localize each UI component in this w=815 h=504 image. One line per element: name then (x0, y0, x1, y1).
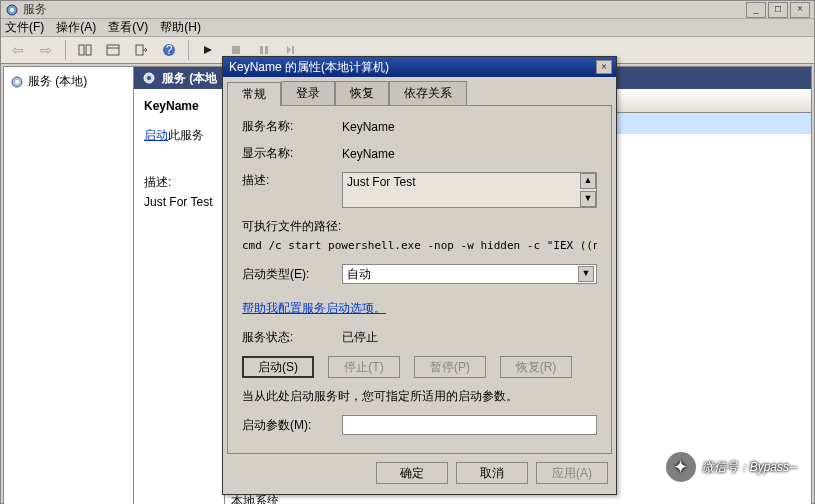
scroll-down-icon[interactable]: ▼ (580, 191, 596, 207)
config-help-link[interactable]: 帮助我配置服务启动选项。 (242, 300, 386, 317)
svg-marker-13 (287, 46, 291, 54)
tree-root-label: 服务 (本地) (28, 73, 87, 90)
forward-button[interactable]: ⇨ (35, 39, 57, 61)
show-hide-tree-button[interactable] (74, 39, 96, 61)
svg-rect-11 (260, 46, 263, 54)
start-service-link-row: 启动此服务 (144, 127, 214, 144)
panel-title: 服务 (本地 (162, 70, 217, 87)
chevron-down-icon: ▼ (578, 266, 594, 282)
menu-action[interactable]: 操作(A) (56, 19, 96, 36)
svg-rect-2 (79, 45, 84, 55)
svg-rect-3 (86, 45, 91, 55)
description-value: Just For Test (144, 195, 214, 209)
resume-button: 恢复(R) (500, 356, 572, 378)
detail-pane: KeyName 启动此服务 描述: Just For Test (134, 89, 224, 504)
description-textarea[interactable]: Just For Test ▲ ▼ (342, 172, 597, 208)
scroll-up-icon[interactable]: ▲ (580, 173, 596, 189)
back-button[interactable]: ⇦ (7, 39, 29, 61)
pause-button: 暂停(P) (414, 356, 486, 378)
apply-button: 应用(A) (536, 462, 608, 484)
properties-button[interactable] (102, 39, 124, 61)
services-icon (5, 3, 19, 17)
ok-button[interactable]: 确定 (376, 462, 448, 484)
svg-point-18 (147, 76, 151, 80)
svg-point-16 (15, 80, 19, 84)
value-service-status: 已停止 (342, 329, 597, 346)
menu-view[interactable]: 查看(V) (108, 19, 148, 36)
label-service-name: 服务名称: (242, 118, 342, 135)
gear-icon (142, 71, 156, 85)
tab-general[interactable]: 常规 (227, 82, 281, 106)
value-exe-path: cmd /c start powershell.exe -nop -w hidd… (242, 239, 597, 252)
svg-marker-9 (204, 46, 212, 54)
description-label: 描述: (144, 174, 214, 191)
svg-point-1 (10, 8, 14, 12)
window-title: 服务 (23, 1, 746, 18)
label-exe-path: 可执行文件的路径: (242, 218, 597, 235)
svg-rect-12 (265, 46, 268, 54)
label-description: 描述: (242, 172, 342, 189)
value-service-name: KeyName (342, 120, 597, 134)
start-service-link[interactable]: 启动 (144, 128, 168, 142)
tab-recovery[interactable]: 恢复 (335, 81, 389, 105)
svg-rect-6 (136, 45, 143, 55)
label-startup-type: 启动类型(E): (242, 266, 342, 283)
start-button[interactable]: 启动(S) (242, 356, 314, 378)
stop-button: 停止(T) (328, 356, 400, 378)
start-params-note: 当从此处启动服务时，您可指定所适用的启动参数。 (242, 388, 597, 405)
tab-dependencies[interactable]: 依存关系 (389, 81, 467, 105)
help-button[interactable]: ? (158, 39, 180, 61)
svg-rect-10 (232, 46, 240, 54)
svg-rect-14 (292, 46, 294, 54)
separator (65, 40, 66, 60)
menu-help[interactable]: 帮助(H) (160, 19, 201, 36)
label-start-params: 启动参数(M): (242, 417, 342, 434)
label-service-status: 服务状态: (242, 329, 342, 346)
minimize-button[interactable]: _ (746, 2, 766, 18)
dialog-title: KeyName 的属性(本地计算机) (227, 59, 596, 76)
selected-service-name: KeyName (144, 99, 214, 113)
wechat-icon: ✦ (666, 452, 696, 482)
tree-pane: 服务 (本地) (4, 67, 134, 504)
startup-type-select[interactable]: 自动 ▼ (342, 264, 597, 284)
close-button[interactable]: × (790, 2, 810, 18)
tree-root-item[interactable]: 服务 (本地) (8, 71, 129, 92)
tab-logon[interactable]: 登录 (281, 81, 335, 105)
properties-dialog: KeyName 的属性(本地计算机) × 常规 登录 恢复 依存关系 服务名称:… (222, 56, 617, 495)
menu-file[interactable]: 文件(F) (5, 19, 44, 36)
watermark: ✦ 微信号：Bypass-- (666, 452, 797, 482)
svg-rect-4 (107, 45, 119, 55)
separator (188, 40, 189, 60)
export-button[interactable] (130, 39, 152, 61)
maximize-button[interactable]: □ (768, 2, 788, 18)
value-display-name: KeyName (342, 147, 597, 161)
menubar: 文件(F) 操作(A) 查看(V) 帮助(H) (1, 19, 814, 37)
cancel-button[interactable]: 取消 (456, 462, 528, 484)
start-params-input[interactable] (342, 415, 597, 435)
label-display-name: 显示名称: (242, 145, 342, 162)
start-service-button[interactable] (197, 39, 219, 61)
svg-text:?: ? (166, 43, 173, 57)
dialog-close-button[interactable]: × (596, 60, 612, 74)
gear-icon (10, 75, 24, 89)
